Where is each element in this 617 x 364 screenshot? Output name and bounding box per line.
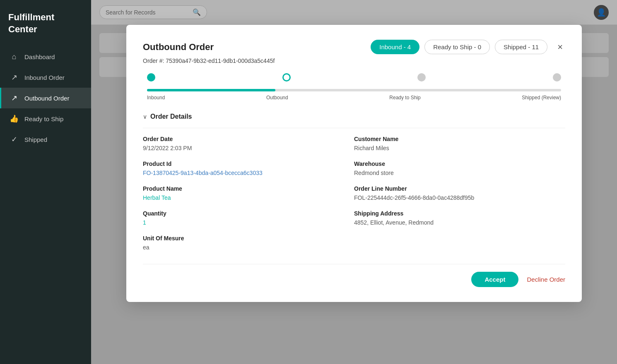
detail-col-right: Customer Name Richard Miles Warehouse Re… [354,136,565,260]
step-outbound [282,73,291,85]
detail-col-left: Order Date 9/12/2022 2:03 PM Product Id … [143,136,354,260]
progress-fill [147,89,275,91]
step-shipped-review [553,73,561,85]
main-area: 🔍 👤 Outbound Order Inbound - 4 Ready to … [91,0,617,364]
sidebar-item-label: Dashboard [24,53,55,60]
inbound-icon: ↗ [10,73,19,82]
section-title: Order Details [150,113,192,120]
sidebar-item-ready-to-ship[interactable]: 👍 Ready to Ship [0,108,91,129]
home-icon: ⌂ [10,53,19,61]
field-warehouse: Warehouse Redmond store [354,160,565,176]
sidebar-item-shipped[interactable]: ✓ Shipped [0,129,91,150]
outbound-icon: ↗ [10,93,19,103]
accept-button[interactable]: Accept [471,272,518,287]
chevron-down-icon: ∨ [143,113,147,120]
sidebar-item-label: Inbound Order [24,74,65,81]
modal-header: Outbound Order Inbound - 4 Ready to Ship… [143,40,565,54]
decline-button[interactable]: Decline Order [527,276,565,283]
pill-ready-to-ship[interactable]: Ready to Ship - 0 [424,40,490,54]
progress-steps [147,73,561,85]
status-pills: Inbound - 4 Ready to Ship - 0 Shipped - … [371,40,547,54]
progress-container: Inbound Outbound Ready to Ship Shipped (… [143,73,565,101]
label-outbound: Outbound [266,94,288,101]
step-inbound [147,73,155,85]
details-grid: Order Date 9/12/2022 2:03 PM Product Id … [143,128,565,260]
section-header[interactable]: ∨ Order Details [143,113,565,120]
field-shipping-address: Shipping Address 4852, Elliot, Avenue, R… [354,210,565,226]
sidebar-item-inbound-order[interactable]: ↗ Inbound Order [0,67,91,88]
modal-footer: Accept Decline Order [143,264,565,287]
sidebar-item-outbound-order[interactable]: ↗ Outbound Order [0,88,91,108]
step-dot-shipped [553,73,561,81]
field-customer-name: Customer Name Richard Miles [354,136,565,151]
sidebar-item-label: Shipped [24,136,47,143]
step-dot-inbound [147,73,155,81]
order-number-value: 75390a47-9b32-ed11-9db1-000d3a5c445f [166,57,275,64]
label-inbound: Inbound [147,94,165,101]
order-number-label: Order #: [143,57,164,64]
field-product-name: Product Name Herbal Tea [143,185,354,201]
modal-overlay: Outbound Order Inbound - 4 Ready to Ship… [91,0,617,364]
order-number: Order #: 75390a47-9b32-ed11-9db1-000d3a5… [143,57,565,64]
step-ready-to-ship [417,73,426,85]
step-dot-ready [417,73,426,81]
field-product-id: Product Id FO-13870425-9a13-4bda-a054-bc… [143,160,354,176]
modal-title: Outbound Order [143,42,371,53]
check-icon: ✓ [10,135,19,144]
field-order-line-number: Order Line Number FOL-225444dc-26f5-4666… [354,185,565,201]
close-button[interactable]: × [555,42,565,53]
pill-inbound[interactable]: Inbound - 4 [371,40,419,54]
pill-shipped[interactable]: Shipped - 11 [495,40,547,54]
progress-labels: Inbound Outbound Ready to Ship Shipped (… [147,94,561,101]
progress-track [147,89,561,91]
app-title: Fulfillment Center [0,0,91,47]
sidebar: Fulfillment Center ⌂ Dashboard ↗ Inbound… [0,0,91,364]
thumbs-up-icon: 👍 [10,114,19,123]
label-shipped-review: Shipped (Review) [522,94,561,101]
sidebar-item-dashboard[interactable]: ⌂ Dashboard [0,47,91,67]
modal-dialog: Outbound Order Inbound - 4 Ready to Ship… [126,25,582,302]
step-dot-outbound [282,73,291,81]
sidebar-item-label: Outbound Order [24,95,69,102]
label-ready-to-ship: Ready to Ship [389,94,420,101]
sidebar-item-label: Ready to Ship [24,115,63,122]
field-order-date: Order Date 9/12/2022 2:03 PM [143,136,354,151]
field-unit-of-measure: Unit Of Mesure ea [143,235,354,251]
sidebar-nav: ⌂ Dashboard ↗ Inbound Order ↗ Outbound O… [0,47,91,150]
field-quantity: Quantity 1 [143,210,354,226]
